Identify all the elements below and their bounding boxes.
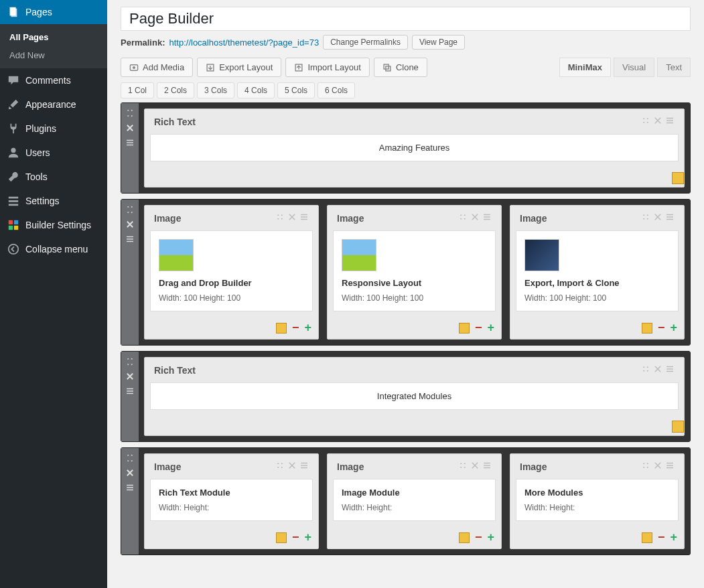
module-header[interactable]: Rich Text: [145, 109, 684, 134]
column-tab[interactable]: 6 Cols: [318, 82, 355, 98]
list-icon[interactable]: [125, 483, 135, 492]
section-handle[interactable]: [121, 103, 139, 193]
move-icon[interactable]: [641, 461, 650, 472]
column-tab[interactable]: 1 Col: [121, 82, 154, 98]
module-header[interactable]: Image: [145, 206, 318, 230]
list-icon[interactable]: [665, 364, 675, 376]
add-module-icon[interactable]: [459, 532, 470, 543]
column-tab[interactable]: 3 Cols: [197, 82, 234, 98]
close-icon[interactable]: [470, 212, 480, 224]
module-caption: More Modules: [524, 488, 670, 498]
collapse-menu[interactable]: Collapse menu: [0, 237, 107, 261]
sidebar-item-comments[interactable]: Comments: [0, 68, 107, 92]
module-header[interactable]: Rich Text: [145, 358, 684, 382]
close-icon[interactable]: [653, 212, 662, 224]
close-icon[interactable]: [470, 461, 480, 472]
list-icon[interactable]: [482, 212, 492, 224]
add-button[interactable]: +: [487, 530, 494, 544]
remove-button[interactable]: −: [292, 530, 299, 544]
svg-rect-5: [9, 204, 18, 206]
list-icon[interactable]: [299, 461, 309, 472]
list-icon[interactable]: [665, 116, 675, 127]
move-icon[interactable]: [641, 212, 650, 224]
sidebar-item-users[interactable]: Users: [0, 141, 107, 165]
move-icon[interactable]: [125, 453, 135, 463]
view-page-button[interactable]: View Page: [412, 35, 465, 50]
close-icon[interactable]: [653, 461, 662, 472]
list-icon[interactable]: [665, 461, 675, 472]
remove-button[interactable]: −: [658, 321, 665, 335]
close-icon[interactable]: [125, 468, 135, 477]
sidebar-item-tools[interactable]: Tools: [0, 165, 107, 189]
list-icon[interactable]: [125, 234, 135, 244]
permalink-row: Permalink: http://localhost/themetest/?p…: [121, 35, 691, 50]
list-icon[interactable]: [125, 386, 135, 396]
sidebar-item-pages[interactable]: Pages: [0, 0, 107, 24]
move-icon[interactable]: [641, 364, 650, 376]
module-header[interactable]: Image: [510, 454, 684, 479]
remove-button[interactable]: −: [292, 321, 299, 335]
remove-button[interactable]: −: [475, 321, 482, 335]
move-icon[interactable]: [125, 357, 135, 366]
svg-rect-48: [484, 465, 490, 465]
add-button[interactable]: +: [487, 321, 494, 335]
add-button[interactable]: +: [670, 321, 677, 335]
close-icon[interactable]: [125, 220, 135, 229]
import-layout-button[interactable]: Import Layout: [285, 58, 370, 77]
editor-tab-visual[interactable]: Visual: [614, 58, 654, 77]
column-tab[interactable]: 2 Cols: [157, 82, 194, 98]
list-icon[interactable]: [125, 138, 135, 147]
module-header[interactable]: Image: [145, 454, 318, 479]
add-button[interactable]: +: [304, 530, 311, 544]
sidebar-item-appearance[interactable]: Appearance: [0, 92, 107, 117]
module-header[interactable]: Image: [510, 206, 684, 230]
permalink-url[interactable]: http://localhost/themetest/?page_id=73: [169, 38, 319, 48]
clone-button[interactable]: Clone: [374, 58, 427, 77]
export-layout-button[interactable]: Export Layout: [197, 58, 281, 77]
section-handle[interactable]: [121, 448, 139, 555]
close-icon[interactable]: [653, 364, 662, 376]
add-module-icon[interactable]: [642, 323, 652, 334]
add-button[interactable]: +: [304, 321, 311, 335]
column-tab[interactable]: 5 Cols: [277, 82, 315, 98]
add-module-icon[interactable]: [672, 172, 684, 184]
sidebar-item-settings[interactable]: Settings: [0, 189, 107, 213]
close-icon[interactable]: [125, 123, 135, 133]
submenu-item[interactable]: All Pages: [0, 28, 107, 46]
submenu-item[interactable]: Add New: [0, 46, 107, 64]
move-icon[interactable]: [275, 461, 285, 472]
move-icon[interactable]: [125, 108, 135, 118]
add-module-icon[interactable]: [642, 532, 652, 543]
add-module-icon[interactable]: [276, 532, 287, 543]
list-icon[interactable]: [665, 212, 675, 224]
close-icon[interactable]: [287, 461, 297, 472]
move-icon[interactable]: [275, 212, 285, 224]
move-icon[interactable]: [641, 116, 650, 127]
editor-tab-minimax[interactable]: MiniMax: [559, 58, 611, 77]
remove-button[interactable]: −: [658, 530, 665, 544]
change-permalinks-button[interactable]: Change Permalinks: [323, 35, 408, 50]
move-icon[interactable]: [125, 205, 135, 214]
add-module-icon[interactable]: [459, 323, 470, 334]
module-header[interactable]: Image: [328, 206, 501, 230]
close-icon[interactable]: [287, 212, 297, 224]
editor-tab-text[interactable]: Text: [657, 58, 691, 77]
list-icon[interactable]: [482, 461, 492, 472]
module-header[interactable]: Image: [328, 454, 501, 479]
sidebar-item-builder-settings[interactable]: Builder Settings: [0, 213, 107, 237]
add-module-icon[interactable]: [276, 323, 287, 334]
sidebar-item-plugins[interactable]: Plugins: [0, 117, 107, 141]
move-icon[interactable]: [458, 461, 468, 472]
list-icon[interactable]: [299, 212, 309, 224]
section-handle[interactable]: [121, 200, 139, 345]
admin-sidebar: PagesAll PagesAdd NewCommentsAppearanceP…: [0, 0, 107, 588]
section-handle[interactable]: [121, 352, 139, 441]
remove-button[interactable]: −: [475, 530, 482, 544]
add-button[interactable]: +: [670, 530, 677, 544]
move-icon[interactable]: [458, 212, 468, 224]
close-icon[interactable]: [653, 116, 662, 127]
add-module-icon[interactable]: [672, 421, 684, 433]
add-media-button[interactable]: Add Media: [121, 58, 193, 77]
close-icon[interactable]: [125, 372, 135, 381]
column-tab[interactable]: 4 Cols: [237, 82, 275, 98]
